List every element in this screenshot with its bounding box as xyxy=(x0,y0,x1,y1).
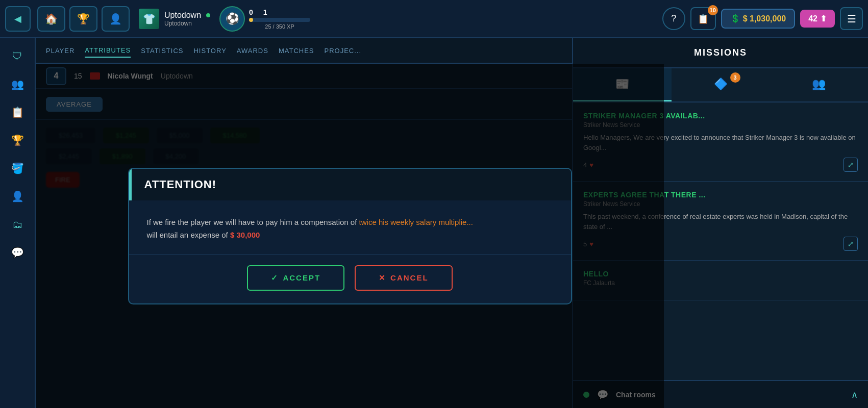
help-icon: ? xyxy=(671,13,676,24)
jersey-icon: 👕 xyxy=(139,9,159,29)
tab-statistics[interactable]: STATISTICS xyxy=(141,44,183,57)
main-content: PLAYER ATTRIBUTES STATISTICS HISTORY AWA… xyxy=(36,38,664,408)
u-icon: ⬆ xyxy=(820,14,827,23)
league-shield-icon: ⚽ xyxy=(219,6,245,32)
score-left: 0 xyxy=(249,8,253,16)
accept-button[interactable]: ✓ ACCEPT xyxy=(247,265,344,291)
dialog-footer: ✓ ACCEPT ✕ CANCEL xyxy=(129,254,571,303)
accept-label: ACCEPT xyxy=(283,273,320,282)
tab-history[interactable]: HISTORY xyxy=(193,44,226,57)
money-amount: $ 1,030,000 xyxy=(743,14,786,23)
chat-expand-icon[interactable]: ∧ xyxy=(851,389,858,400)
cancel-button[interactable]: ✕ CANCEL xyxy=(355,265,453,291)
tab-attributes[interactable]: ATTRIBUTES xyxy=(85,44,131,58)
xp-bar-fill xyxy=(249,18,253,22)
dialog-highlight-text: twice his weekly salary multiplie... xyxy=(359,218,473,226)
top-bar-right: ? 📋 10 💲 $ 1,030,000 42 ⬆ ☰ xyxy=(662,7,863,30)
sidebar-item-person[interactable]: 👤 xyxy=(7,186,28,207)
notification-icon: 📋 xyxy=(698,13,709,24)
home-button[interactable]: 🏠 xyxy=(37,6,65,32)
tab-matches[interactable]: MATCHES xyxy=(279,44,314,57)
tab-projections[interactable]: PROJEC... xyxy=(325,44,362,57)
back-icon: ◀ xyxy=(14,13,21,24)
dollar-icon: 💲 xyxy=(730,14,740,23)
xp-text: 25 / 350 XP xyxy=(249,23,310,30)
top-bar: ◀ 🏠 🏆 👤 👕 Uptodown Uptodown ⚽ 0 1 25 / 3… xyxy=(0,0,868,38)
team-subtitle: Uptodown xyxy=(164,20,210,27)
u-count: 42 xyxy=(808,14,817,23)
team-name-block: Uptodown Uptodown xyxy=(164,11,210,27)
sidebar-item-bucket[interactable]: 🪣 xyxy=(7,158,28,178)
tasks-tab-icon: 🔷 xyxy=(714,78,728,91)
player-tabs: PLAYER ATTRIBUTES STATISTICS HISTORY AWA… xyxy=(36,38,664,64)
expand-button-1[interactable]: ⤢ xyxy=(844,158,858,172)
social-tab-icon: 👥 xyxy=(812,78,826,91)
dialog-body: If we fire the player we will have to pa… xyxy=(129,200,571,254)
dialog-title: ATTENTION! xyxy=(129,169,571,200)
profile-button[interactable]: 👤 xyxy=(102,6,130,32)
sidebar-item-badge[interactable]: 🗂 xyxy=(7,214,28,235)
missions-tab-tasks[interactable]: 🔷 3 xyxy=(672,68,770,101)
missions-tab-social[interactable]: 👥 xyxy=(770,68,868,101)
u-button[interactable]: 42 ⬆ xyxy=(800,10,835,28)
expand-button-2[interactable]: ⤢ xyxy=(844,237,858,251)
menu-button[interactable]: ☰ xyxy=(840,7,863,30)
notification-button[interactable]: 📋 10 xyxy=(690,7,716,30)
online-indicator xyxy=(206,13,210,17)
dialog-expense-prefix: will entail an expense of xyxy=(147,231,228,239)
team-info: 👕 Uptodown Uptodown xyxy=(139,9,210,29)
sidebar-item-team[interactable]: 👥 xyxy=(7,74,28,94)
xp-section: 0 1 25 / 350 XP xyxy=(249,8,310,30)
tab-awards[interactable]: AWARDS xyxy=(237,44,268,57)
help-button[interactable]: ? xyxy=(662,7,685,30)
trophies-button[interactable]: 🏆 xyxy=(69,6,97,32)
sidebar-item-trophy[interactable]: 🏆 xyxy=(7,130,28,150)
attention-dialog: ATTENTION! If we fire the player we will… xyxy=(128,168,572,304)
dialog-overlay: ATTENTION! If we fire the player we will… xyxy=(36,64,664,408)
menu-icon: ☰ xyxy=(847,13,856,25)
left-sidebar: 🛡 👥 📋 🏆 🪣 👤 🗂 💬 xyxy=(0,38,36,408)
cancel-x-icon: ✕ xyxy=(379,273,386,283)
money-display[interactable]: 💲 $ 1,030,000 xyxy=(721,9,796,29)
score-right: 1 xyxy=(263,8,267,16)
dialog-expense-amount: $ 30,000 xyxy=(230,231,260,239)
notification-badge: 10 xyxy=(708,5,718,15)
sidebar-item-chat[interactable]: 💬 xyxy=(7,242,28,263)
tab-player[interactable]: PLAYER xyxy=(46,44,75,57)
accept-check-icon: ✓ xyxy=(271,273,279,283)
dialog-body-text: If we fire the player we will have to pa… xyxy=(147,218,357,226)
tasks-badge: 3 xyxy=(730,72,740,83)
team-name-label: Uptodown xyxy=(164,11,201,20)
cancel-label: CANCEL xyxy=(390,273,429,282)
back-button[interactable]: ◀ xyxy=(5,6,31,32)
sidebar-item-shield[interactable]: 🛡 xyxy=(7,46,28,66)
xp-bar-container xyxy=(249,18,310,22)
sidebar-item-clipboard[interactable]: 📋 xyxy=(7,102,28,122)
